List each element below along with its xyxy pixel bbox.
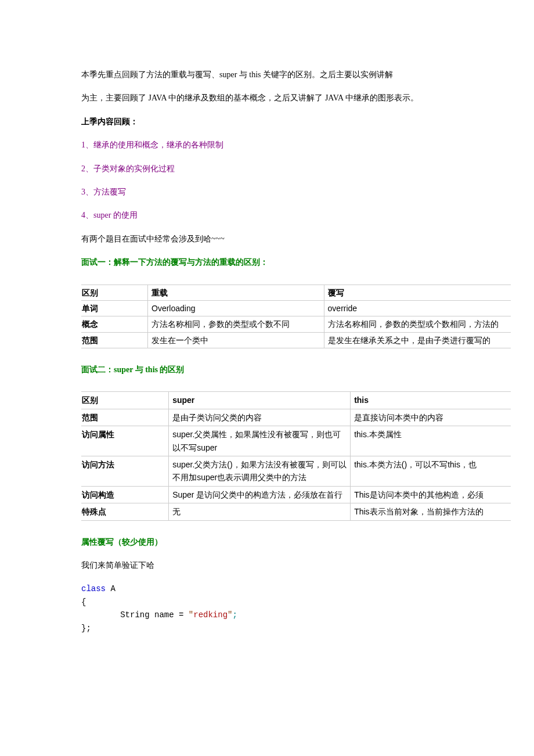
code-string-quote: " [189,610,193,620]
table-header-cell: super [169,392,351,409]
table-overload-vs-override: 区别 重载 覆写 单词 Overloading override 概念 方法名称… [81,285,511,349]
table-row: 访问构造 Super 是访问父类中的构造方法，必须放在首行 This是访问本类中… [81,486,511,503]
table-cell: This是访问本类中的其他构造，必须 [351,486,511,503]
code-string: redking [193,610,228,620]
table-cell: 单词 [81,300,148,316]
review-item-3: 3、方法覆写 [81,186,511,199]
interview2-title: 面试二：super 与 this 的区别 [81,363,511,376]
table-cell: this.本类属性 [351,426,511,456]
table-cell: 是由子类访问父类的内容 [169,409,351,426]
code-block: class A { String name = "redking"; }; [81,582,511,635]
table-cell: super.父类属性，如果属性没有被覆写，则也可以不写super [169,426,351,456]
intro-line2: 为主，主要回顾了 JAVA 中的继承及数组的基本概念，之后又讲解了 JAVA 中… [81,92,511,105]
table-row: 范围 发生在一个类中 是发生在继承关系之中，是由子类进行覆写的 [81,332,511,348]
table-cell: 无 [169,503,351,520]
table-row: 范围 是由子类访问父类的内容 是直接访问本类中的内容 [81,409,511,426]
code-class-name: A [106,584,116,593]
intro-line1: 本季先重点回顾了方法的重载与覆写、super 与 this 关键字的区别。之后主… [81,69,511,81]
table-cell: Super 是访问父类中的构造方法，必须放在首行 [169,486,351,503]
table-header-cell: this [351,392,511,409]
attr-override-text: 我们来简单验证下哈 [81,559,511,572]
table-cell: 方法名称相同，参数的类型或个数不同 [148,316,324,332]
table-cell: 访问方法 [81,456,169,487]
table-cell: Overloading [148,300,324,316]
code-line: class A [81,582,511,595]
table-row: 访问方法 super.父类方法()，如果方法没有被覆写，则可以不用加super也… [81,456,511,487]
table-row: 单词 Overloading override [81,300,511,316]
code-line: }; [81,622,511,635]
review-item-2: 2、子类对象的实例化过程 [81,163,511,175]
table-cell: 特殊点 [81,503,169,520]
table-cell: 范围 [81,332,148,348]
code-semicolon: ; [232,610,237,620]
table-cell: 范围 [81,409,169,426]
table-row: 区别 重载 覆写 [81,285,511,300]
table-cell: this.本类方法()，可以不写this，也 [351,456,511,487]
table-row: 特殊点 无 This表示当前对象，当前操作方法的 [81,503,511,520]
code-indent [81,610,120,620]
table-header-cell: 区别 [81,392,169,409]
attr-override-title: 属性覆写（较少使用） [81,536,511,549]
table-cell: 是发生在继承关系之中，是由子类进行覆写的 [324,332,511,348]
table-row: 访问属性 super.父类属性，如果属性没有被覆写，则也可以不写super th… [81,426,511,456]
table-row: 区别 super this [81,392,511,409]
review-item-4: 4、super 的使用 [81,209,511,222]
review-item-1: 1、继承的使用和概念，继承的各种限制 [81,139,511,152]
table-cell: This表示当前对象，当前操作方法的 [351,503,511,520]
interview-intro: 有两个题目在面试中经常会涉及到哈~~~ [81,233,511,246]
code-line: String name = "redking"; [81,609,511,621]
code-keyword: class [81,584,106,593]
table-cell: override [324,300,511,316]
table-super-vs-this: 区别 super this 范围 是由子类访问父类的内容 是直接访问本类中的内容… [81,391,511,520]
table-cell: super.父类方法()，如果方法没有被覆写，则可以不用加super也表示调用父… [169,456,351,487]
code-line: { [81,596,511,609]
table-header-cell: 区别 [81,285,148,300]
table-header-cell: 覆写 [324,285,511,300]
code-text: String name = [120,610,189,620]
table-cell: 方法名称相同，参数的类型或个数相同，方法的 [324,316,511,332]
table-cell: 是直接访问本类中的内容 [351,409,511,426]
table-row: 概念 方法名称相同，参数的类型或个数不同 方法名称相同，参数的类型或个数相同，方… [81,316,511,332]
table-cell: 发生在一个类中 [148,332,324,348]
table-cell: 访问构造 [81,486,169,503]
section-review-title: 上季内容回顾： [81,116,511,128]
interview1-title: 面试一：解释一下方法的覆写与方法的重载的区别： [81,256,511,269]
table-cell: 概念 [81,316,148,332]
table-header-cell: 重载 [148,285,324,300]
table-cell: 访问属性 [81,426,169,456]
